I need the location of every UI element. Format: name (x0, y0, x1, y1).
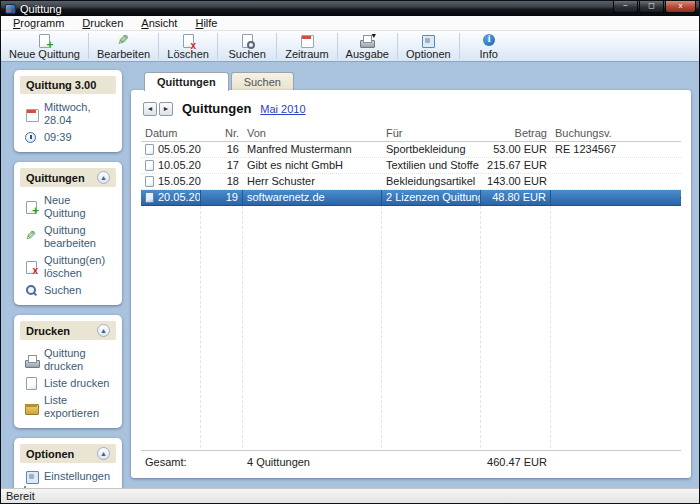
menu-drucken[interactable]: Drucken (73, 16, 132, 31)
toolbar-edit-button[interactable]: Bearbeiten (89, 31, 158, 61)
current-date: Mittwoch, 28.04 (44, 101, 114, 127)
column-header-buchungsv[interactable]: Buchungsv. (551, 126, 681, 141)
period-link[interactable]: Mai 2010 (260, 103, 305, 115)
calendar-icon (24, 108, 38, 121)
receipt-icon (145, 160, 154, 171)
print-panel: Drucken ▲ Quittung drucken Liste drucken… (14, 315, 122, 428)
sidebar-item-settings[interactable]: Einstellungen (24, 470, 114, 483)
statusbar: Bereit (1, 488, 699, 503)
toolbar-options-button[interactable]: Optionen (398, 31, 459, 61)
delete-icon (24, 261, 38, 274)
sidebar-item-edit-receipt[interactable]: Quittung bearbeiten (24, 224, 114, 250)
month-nav: ◄ ► (143, 102, 173, 116)
toolbar-info-button[interactable]: Info (460, 31, 518, 61)
print-panel-items: Quittung drucken Liste drucken Liste exp… (20, 340, 116, 420)
current-time: 09:39 (44, 131, 72, 144)
collapse-button[interactable]: ▲ (97, 171, 110, 184)
edit-icon (24, 231, 38, 244)
table-footer: Gesamt: 4 Quittungen 460.47 EUR (141, 450, 681, 472)
column-header-nr[interactable]: Nr. (201, 126, 243, 141)
table-row-selected[interactable]: 20.05.2010 19 softwarenetz.de 2 Lizenzen… (141, 190, 681, 206)
total-label: Gesamt: (141, 451, 201, 472)
minimize-button[interactable]: − (613, 1, 638, 13)
info-panel: Quittung 3.00 Mittwoch, 28.04 09:39 (14, 70, 122, 152)
table-header: Datum Nr. Von Für Betrag Buchungsv. (141, 126, 681, 142)
tab-suchen[interactable]: Suchen (231, 72, 294, 90)
table-row[interactable]: 05.05.2010 16 Manfred Mustermann Sportbe… (141, 142, 681, 158)
info-panel-header: Quittung 3.00 (20, 76, 116, 94)
collapse-button[interactable]: ▲ (97, 447, 110, 460)
app-version-label: Quittung 3.00 (26, 79, 96, 91)
list-title: Quittungen (182, 101, 251, 116)
toolbar: Neue Quittung Bearbeiten Löschen Suchen … (1, 31, 699, 62)
maximize-button[interactable]: ◻ (639, 1, 664, 13)
content-area: Quittung 3.00 Mittwoch, 28.04 09:39 Quit… (1, 62, 699, 488)
settings-icon (24, 470, 38, 483)
tab-bar: Quittungen Suchen (131, 70, 691, 90)
delete-icon (180, 34, 196, 48)
time-row: 09:39 (24, 131, 114, 144)
close-button[interactable]: x (665, 1, 696, 13)
next-month-button[interactable]: ► (159, 102, 173, 116)
toolbar-output-button[interactable]: ▼ Ausgabe (338, 31, 397, 61)
dropdown-arrow-icon: ▼ (370, 32, 377, 39)
titlebar: Quittung − ◻ x (1, 1, 699, 16)
sidebar-item-export-list[interactable]: Liste exportieren (24, 394, 114, 420)
menubar: Programm Drucken Ansicht Hilfe (1, 16, 699, 31)
column-header-fuer[interactable]: Für (382, 126, 481, 141)
sidebar-item-print-receipt[interactable]: Quittung drucken (24, 347, 114, 373)
sidebar-item-print-list[interactable]: Liste drucken (24, 377, 114, 390)
receipt-icon (145, 192, 154, 203)
options-panel: Optionen ▲ Einstellungen Sprache Beenden (14, 438, 122, 488)
new-receipt-icon (24, 201, 38, 214)
options-icon (420, 34, 436, 48)
date-row: Mittwoch, 28.04 (24, 101, 114, 127)
toolbar-period-button[interactable]: Zeitraum (277, 31, 336, 61)
toolbar-search-button[interactable]: Suchen (218, 31, 276, 61)
print-panel-header: Drucken ▲ (20, 321, 116, 340)
sidebar-item-search[interactable]: Suchen (24, 284, 114, 297)
section-title: Optionen (26, 448, 74, 460)
clock-icon (24, 131, 38, 144)
tab-quittungen[interactable]: Quittungen (144, 72, 229, 91)
menu-programm[interactable]: Programm (4, 16, 73, 31)
collapse-button[interactable]: ▲ (97, 324, 110, 337)
search-icon (24, 284, 38, 297)
status-text: Bereit (6, 490, 35, 502)
german-flag-icon (24, 486, 26, 488)
sidebar-item-new-receipt[interactable]: Neue Quittung (24, 194, 114, 220)
sidebar: Quittung 3.00 Mittwoch, 28.04 09:39 Quit… (9, 70, 122, 478)
sidebar-item-delete-receipt[interactable]: Quittung(en) löschen (24, 254, 114, 280)
printer-dropdown-icon: ▼ (359, 34, 375, 48)
options-panel-items: Einstellungen Sprache Beenden (20, 463, 116, 488)
total-amount: 460.47 EUR (481, 451, 551, 472)
sidebar-item-label: Einstellungen (44, 470, 110, 483)
edit-icon (116, 34, 132, 48)
sidebar-item-label: Quittung bearbeiten (44, 224, 114, 250)
column-header-betrag[interactable]: Betrag (481, 126, 551, 141)
section-title: Drucken (26, 325, 70, 337)
receipts-table: Datum Nr. Von Für Betrag Buchungsv. 05.0… (141, 126, 681, 472)
previous-month-button[interactable]: ◄ (143, 102, 157, 116)
main-area: Quittungen Suchen ◄ ► Quittungen Mai 201… (131, 70, 691, 478)
document-icon (24, 377, 38, 390)
toolbar-delete-button[interactable]: Löschen (159, 31, 217, 61)
menu-ansicht[interactable]: Ansicht (132, 16, 186, 31)
receipts-panel-header: Quittungen ▲ (20, 168, 116, 187)
table-row[interactable]: 15.05.2010 18 Herr Schuster Bekleidungsa… (141, 174, 681, 190)
section-title: Quittungen (26, 172, 85, 184)
menu-hilfe[interactable]: Hilfe (186, 16, 226, 31)
sidebar-item-label: Neue Quittung (44, 194, 114, 220)
table-row[interactable]: 10.05.2010 17 Gibt es nicht GmbH Textili… (141, 158, 681, 174)
column-header-von[interactable]: Von (243, 126, 382, 141)
toolbar-new-receipt-button[interactable]: Neue Quittung (1, 31, 88, 61)
sidebar-item-label: Suchen (44, 284, 81, 297)
printer-icon (24, 354, 38, 367)
sidebar-item-label: Liste exportieren (44, 394, 114, 420)
export-icon (24, 401, 38, 414)
sidebar-item-label: Quittung drucken (44, 347, 114, 373)
column-header-datum[interactable]: Datum (141, 126, 201, 141)
window-controls: − ◻ x (612, 1, 696, 13)
info-icon (481, 34, 497, 48)
receipt-icon (145, 144, 154, 155)
